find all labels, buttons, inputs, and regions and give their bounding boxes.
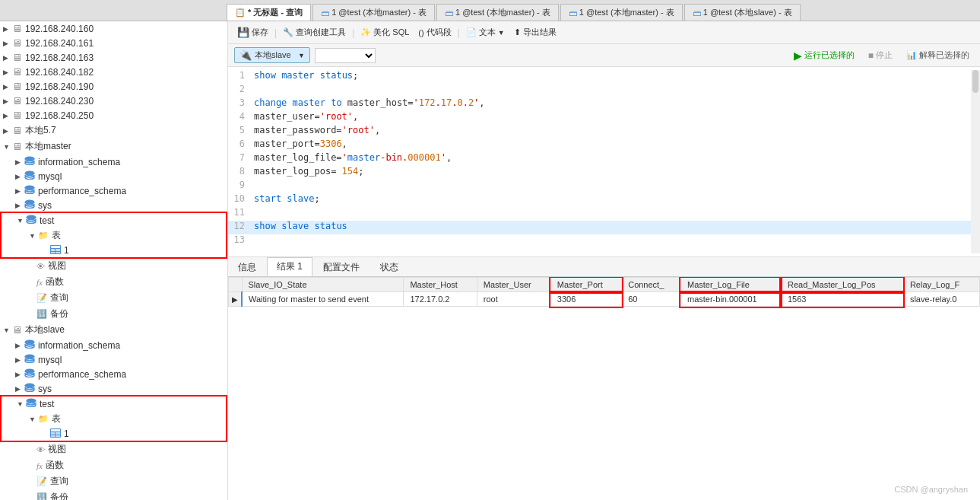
top-tab-untitled[interactable]: 📋* 无标题 - 查询 — [227, 4, 311, 21]
db-icon — [24, 368, 35, 380]
export-result-button[interactable]: ⬆ 导出结果 — [511, 25, 560, 40]
sidebar-item-localslave[interactable]: ▼🖥本地slave — [0, 322, 227, 338]
sidebar-item-ip190[interactable]: ▶🖥192.168.240.190 — [0, 79, 227, 94]
table-row[interactable]: ▶Waiting for master to send event172.17.… — [229, 292, 980, 307]
code-editor[interactable]: 1show master status;23change master to m… — [228, 67, 980, 257]
sidebar-item-label: information_schema — [38, 157, 120, 167]
sidebar-item-localmaster[interactable]: ▼🖥本地master — [0, 139, 227, 154]
sidebar-item-table1_s[interactable]: 1 — [2, 427, 226, 441]
sidebar-item-ip250[interactable]: ▶🖥192.168.240.250 — [0, 108, 227, 123]
db-icon — [26, 398, 36, 409]
db-icon — [24, 383, 35, 394]
backup-icon: 🔢 — [36, 492, 47, 500]
query-icon: 📝 — [36, 293, 47, 303]
top-tab-test-master-1[interactable]: 🗃1 @test (本地master) - 表 — [312, 4, 435, 21]
master-test-group: ▼test▼📁表1 — [2, 213, 226, 257]
view-icon: 👁 — [36, 445, 45, 454]
server-icon: 🖥 — [12, 125, 22, 136]
server-icon: 🖥 — [12, 81, 22, 92]
top-tab-test-master-3[interactable]: 🗃1 @test (本地master) - 表 — [560, 4, 683, 21]
sidebar-item-label: 函数 — [46, 459, 64, 472]
slave-test-group: ▼test▼📁表1 — [2, 396, 226, 441]
result-table-wrap[interactable]: Slave_IO_StateMaster_HostMaster_UserMast… — [228, 277, 980, 500]
result-tab-配置文件[interactable]: 配置文件 — [313, 258, 369, 276]
top-tab-test-slave-1[interactable]: 🗃1 @test (本地slave) - 表 — [684, 4, 801, 21]
sidebar-item-mysql_s[interactable]: ▶mysql — [0, 352, 227, 367]
result-tab-信息[interactable]: 信息 — [228, 258, 266, 276]
code-line-3: 3change master to master_host='172.17.0.… — [228, 97, 971, 111]
sidebar-item-ip161[interactable]: ▶🖥192.168.240.161 — [0, 36, 227, 50]
sidebar-item-label: sys — [38, 200, 52, 211]
sidebar-item-views_s[interactable]: 👁视图 — [0, 441, 227, 457]
result-tab-状态[interactable]: 状态 — [370, 258, 408, 276]
line-content — [251, 207, 971, 221]
query-tool-icon: 🔧 — [283, 27, 293, 37]
sidebar-item-label: test — [40, 399, 54, 409]
connection-bar: 🔌 本地slave ▼ ▶ 运行已选择的 ■ 停止 📊 解释已选择的 — [228, 44, 980, 67]
text-icon: 📄 — [466, 27, 477, 37]
sidebar-item-label: 查询 — [50, 475, 68, 488]
run-selected-button[interactable]: ▶ 运行已选择的 — [789, 48, 859, 63]
query-tool-button[interactable]: 🔧 查询创建工具 — [280, 25, 349, 40]
explain-button[interactable]: 📊 解释已选择的 — [902, 48, 974, 62]
sidebar-item-performance_schema_m[interactable]: ▶performance_schema — [0, 183, 227, 198]
line-content — [251, 234, 971, 248]
code-line-13: 13 — [228, 234, 971, 248]
sidebar-item-funcs_s[interactable]: fx函数 — [0, 457, 227, 473]
result-tab-结果 1[interactable]: 结果 1 — [267, 257, 312, 276]
sidebar-item-performance_schema_s[interactable]: ▶performance_schema — [0, 367, 227, 381]
cell-Read_Master_Log_Pos: 1563 — [781, 292, 903, 307]
chevron-icon: ▶ — [15, 356, 23, 364]
connection-select[interactable]: 🔌 本地slave ▼ — [234, 47, 310, 63]
sidebar-item-label: 192.168.240.161 — [25, 38, 94, 49]
sidebar-item-views_m[interactable]: 👁视图 — [0, 258, 227, 274]
code-line-1: 1show master status; — [228, 70, 971, 84]
stop-button[interactable]: ■ 停止 — [864, 48, 897, 62]
sidebar-item-label: 1 — [64, 428, 69, 439]
sidebar-item-label: 本地slave — [25, 323, 65, 336]
sidebar-item-test_m[interactable]: ▼test — [2, 213, 226, 228]
sidebar-item-label: 192.168.240.250 — [25, 110, 94, 121]
sidebar-item-information_schema_s[interactable]: ▶information_schema — [0, 338, 227, 352]
sidebar-item-sys_s[interactable]: ▶sys — [0, 381, 227, 396]
sidebar-item-funcs_m[interactable]: fx函数 — [0, 274, 227, 290]
sidebar-item-queries_m[interactable]: 📝查询 — [0, 290, 227, 306]
top-tab-test-master-2[interactable]: 🗃1 @test (本地master) - 表 — [436, 4, 559, 21]
svg-rect-13 — [56, 249, 60, 251]
server-icon: 🖥 — [12, 324, 22, 336]
chevron-icon: ▼ — [29, 232, 36, 240]
sidebar-item-ip230[interactable]: ▶🖥192.168.240.230 — [0, 94, 227, 108]
sidebar-item-local57[interactable]: ▶🖥本地5.7 — [0, 123, 227, 139]
line-number: 13 — [228, 234, 251, 248]
save-button[interactable]: 💾 保存 — [234, 25, 271, 40]
sidebar-item-queries_s[interactable]: 📝查询 — [0, 473, 227, 489]
sidebar-item-tables_s[interactable]: ▼📁表 — [2, 411, 226, 427]
code-block-button[interactable]: () 代码段 — [415, 25, 454, 40]
text-button[interactable]: 📄 文本 ▼ — [463, 25, 508, 40]
sidebar-item-tables_m[interactable]: ▼📁表 — [2, 228, 226, 244]
sidebar-item-sys_m[interactable]: ▶sys — [0, 198, 227, 212]
sidebar-item-information_schema_m[interactable]: ▶information_schema — [0, 154, 227, 169]
sidebar-item-backup_m[interactable]: 🔢备份 — [0, 306, 227, 322]
chevron-icon: ▼ — [29, 416, 36, 423]
line-number: 11 — [228, 207, 251, 221]
sidebar-item-label: 本地5.7 — [25, 124, 56, 137]
sidebar-item-backup_s[interactable]: 🔢备份 — [0, 489, 227, 500]
sidebar-item-ip163[interactable]: ▶🖥192.168.240.163 — [0, 50, 227, 65]
chevron-icon: ▶ — [15, 342, 23, 349]
sidebar-item-ip160[interactable]: ▶🖥192.168.240.160 — [0, 21, 227, 36]
sidebar-item-table1_m[interactable]: 1 — [2, 244, 226, 257]
sidebar-item-test_s[interactable]: ▼test — [2, 396, 226, 411]
db-icon — [24, 339, 35, 351]
chevron-icon: ▶ — [3, 68, 11, 76]
code-line-8: 8master_log_pos= 154; — [228, 166, 971, 180]
sidebar-item-ip182[interactable]: ▶🖥192.168.240.182 — [0, 65, 227, 79]
sidebar-item-mysql_m[interactable]: ▶mysql — [0, 169, 227, 183]
code-line-6: 6master_port=3306, — [228, 139, 971, 152]
backup-icon: 🔢 — [36, 309, 47, 319]
database-select[interactable] — [315, 48, 376, 63]
line-number: 10 — [228, 193, 251, 207]
beautify-sql-button[interactable]: ✨ 美化 SQL — [357, 25, 412, 40]
db-icon — [24, 170, 35, 182]
svg-rect-12 — [51, 249, 55, 251]
